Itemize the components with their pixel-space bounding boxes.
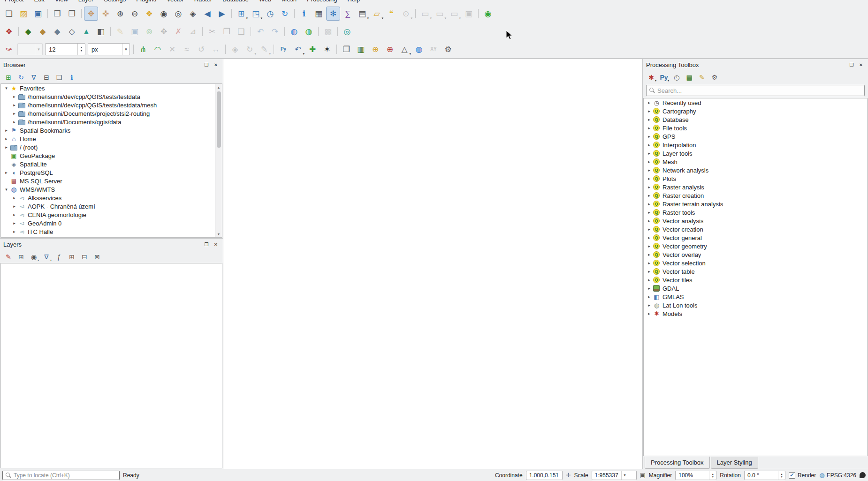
tree-item[interactable]: ▸Raster tools	[644, 208, 867, 217]
zoom-in[interactable]: ⊕	[113, 7, 127, 21]
expander-right-icon[interactable]: ▸	[646, 109, 653, 113]
filter-legend[interactable]: ∇▾	[42, 252, 51, 262]
expander-right-icon[interactable]: ▸	[646, 286, 653, 291]
new-map-view[interactable]: ⊞▾	[234, 7, 248, 21]
scroll-down-icon[interactable]: ▼	[217, 231, 221, 237]
paste-features[interactable]: ❑	[234, 24, 248, 38]
expander-right-icon[interactable]: ▸	[646, 294, 653, 299]
new-project[interactable]: ❏	[2, 7, 16, 21]
expander-right-icon[interactable]: ▸	[646, 235, 653, 240]
expander-right-icon[interactable]: ▸	[3, 136, 10, 141]
expander-right-icon[interactable]: ▸	[646, 278, 653, 282]
expander-right-icon[interactable]: ▸	[11, 103, 18, 107]
enable-tracing[interactable]: ✕	[165, 42, 179, 56]
tree-item[interactable]: ▸Raster creation	[644, 191, 867, 200]
expander-right-icon[interactable]: ▸	[646, 193, 653, 198]
menu-plugins[interactable]: Plugins	[136, 0, 156, 4]
tree-item[interactable]: ▸GDAL	[644, 284, 867, 293]
expander-right-icon[interactable]: ▸	[646, 218, 653, 223]
python-console[interactable]: Py	[276, 42, 290, 56]
save-layer-edits[interactable]: ▣	[128, 24, 142, 38]
pan-to-selection[interactable]: ✜	[99, 7, 113, 21]
save-project[interactable]: ▣	[31, 7, 45, 21]
tree-item[interactable]: ▸Vector geometry	[644, 242, 867, 250]
expander-right-icon[interactable]: ▸	[11, 195, 18, 200]
filter-by-expression[interactable]: ƒ	[54, 252, 64, 262]
expander-right-icon[interactable]: ▸	[646, 117, 653, 122]
copy-map-to-clipboard[interactable]: ❐	[339, 42, 353, 56]
processing-search-input[interactable]	[657, 87, 861, 94]
zoom-native[interactable]: ◈	[186, 7, 200, 21]
tree-item[interactable]: ▸PostgreSQL	[1, 168, 222, 177]
add-feature[interactable]: ⊚	[142, 24, 156, 38]
osm-place-search[interactable]: ◉	[481, 7, 495, 21]
nominatim-search[interactable]: ◎	[340, 24, 354, 38]
browser-scrollbar[interactable]: ▲ ▼	[215, 84, 222, 237]
tree-item[interactable]: ▸Vector general	[644, 233, 867, 242]
manage-map-themes[interactable]: ◉▾	[29, 252, 38, 262]
expander-right-icon[interactable]: ▸	[646, 159, 653, 164]
add-selected-layers[interactable]: ⊞	[4, 73, 13, 82]
undo[interactable]: ↶	[253, 24, 267, 38]
metasearch-catalog[interactable]: ◍	[287, 24, 301, 38]
tree-item[interactable]: ▸Vector selection	[644, 259, 867, 267]
results-viewer[interactable]: ▤	[685, 73, 694, 82]
attribute-table[interactable]: ▦	[312, 7, 326, 21]
cut-features[interactable]: ✂	[205, 24, 219, 38]
tree-item[interactable]: ▸Cartography	[644, 107, 867, 115]
expander-right-icon[interactable]: ▸	[646, 134, 653, 139]
chevron-down-icon[interactable]: ▾	[122, 44, 129, 55]
zoom-next[interactable]: ▶	[215, 7, 229, 21]
new-temporary-scratch-layer[interactable]: ◇	[65, 24, 79, 38]
deselect-features[interactable]: ▭▾	[433, 7, 447, 21]
tree-item[interactable]: ▸Mesh	[644, 158, 867, 166]
temporal-controller[interactable]: ◷	[263, 7, 277, 21]
stream-digitizing[interactable]: ≈	[180, 42, 194, 56]
tree-item[interactable]: ▸Recently used	[644, 98, 867, 107]
new-3d-map-view[interactable]: ◳▾	[249, 7, 263, 21]
select-by-form[interactable]: ▭▾	[447, 7, 461, 21]
tree-item[interactable]: SpatiaLite	[1, 160, 222, 168]
expander-right-icon[interactable]: ▸	[3, 128, 10, 133]
expander-right-icon[interactable]: ▸	[11, 212, 18, 217]
spinner-arrows-icon[interactable]: ▲▼	[709, 471, 716, 480]
select-features[interactable]: ▭▾	[418, 7, 432, 21]
undo-dropdown[interactable]: ↶▾	[291, 42, 305, 56]
menu-raster[interactable]: Raster	[194, 0, 212, 4]
tree-item[interactable]: ▸Raster terrain analysis	[644, 200, 867, 208]
remove-layer[interactable]: ⊠	[92, 252, 102, 262]
new-shapefile-layer[interactable]: ◆	[36, 24, 50, 38]
new-mesh-layer[interactable]: ▲	[79, 24, 93, 38]
expander-right-icon[interactable]: ▸	[646, 151, 653, 156]
zoom-to-feature[interactable]: ⊙▾	[399, 7, 413, 21]
expander-right-icon[interactable]: ▸	[646, 202, 653, 206]
tab-layer-styling[interactable]: Layer Styling	[711, 457, 758, 469]
measure[interactable]: ▱▾	[370, 7, 384, 21]
tree-item[interactable]: ▸GeoAdmin 0	[1, 219, 222, 227]
rotate-label[interactable]: ↻▾	[243, 42, 257, 56]
expand-all[interactable]: ⊞	[67, 252, 76, 262]
coordinate-capture[interactable]: XY	[426, 42, 441, 56]
zoom-to-layer[interactable]: ◎	[171, 7, 185, 21]
expander-right-icon[interactable]: ▸	[646, 261, 653, 265]
tree-item[interactable]: ▸/home/isunni/Documents/project/stsi2-ro…	[1, 109, 222, 118]
delete-selected[interactable]: ✗	[171, 24, 185, 38]
map-tips[interactable]: ❝	[384, 7, 398, 21]
tree-item[interactable]: ▸Interpolation	[644, 141, 867, 149]
zoom-out[interactable]: ⊖	[128, 7, 142, 21]
spin-down-icon[interactable]: ▼	[780, 475, 783, 478]
zoom-to-coordinates[interactable]: ⊕	[368, 42, 382, 56]
tree-item[interactable]: ▸File tools	[644, 124, 867, 132]
tree-item[interactable]: ▸Vector creation	[644, 225, 867, 233]
layers-list-empty[interactable]	[0, 263, 222, 468]
digitize-with-curve[interactable]: ◠	[151, 42, 165, 56]
chevron-down-icon[interactable]: ▾	[35, 44, 42, 55]
models-menu[interactable]: ✱▾	[647, 73, 656, 82]
scroll-thumb[interactable]	[217, 91, 221, 148]
lock-scale-icon[interactable]: ▣	[640, 472, 646, 479]
zoom-full[interactable]: ❖	[142, 7, 156, 21]
tree-item[interactable]: ▸/home/isunni/Documents/qgis/data	[1, 118, 222, 126]
spinner-arrows-icon[interactable]: ▲▼	[778, 471, 785, 480]
tree-item[interactable]: ▸Plots	[644, 174, 867, 183]
check-geometries[interactable]: ✚	[305, 42, 320, 56]
